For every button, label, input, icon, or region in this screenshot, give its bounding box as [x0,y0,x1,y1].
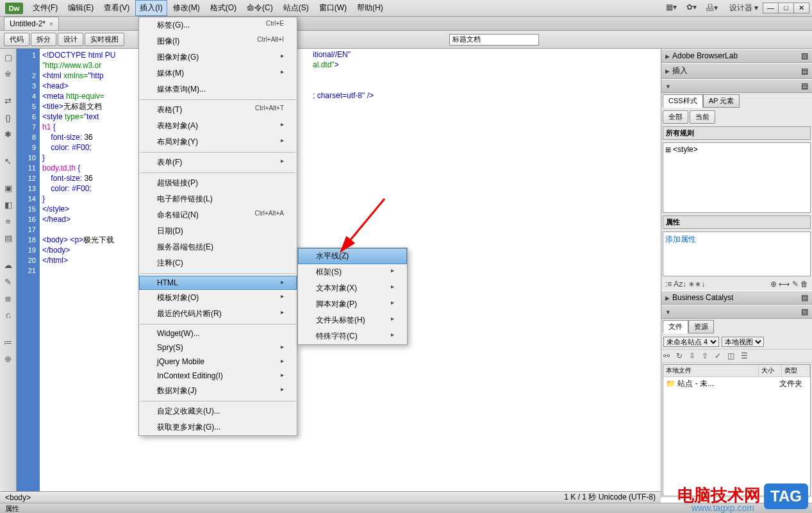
tool-icon[interactable]: ≣ [3,294,14,305]
menu-item[interactable]: 最近的代码片断(R)▸ [139,306,297,322]
menu-5[interactable]: 格式(O) [206,0,241,16]
col-type[interactable]: 类型 [782,365,810,376]
submenu-item[interactable]: 脚本对象(P)▸ [298,296,407,312]
rules-list[interactable]: ⊞ <style> [663,142,811,213]
menu-3[interactable]: 插入(I) [135,0,167,16]
tool-icon[interactable]: ≔ [3,337,14,349]
menu-item[interactable]: 表格(T)Ctrl+Alt+T [139,102,297,118]
tool-icon[interactable]: ✎ [3,277,14,289]
menu-item[interactable]: 图像(I)Ctrl+Alt+I [139,33,297,49]
menu-item[interactable]: 标签(G)...Ctrl+E [139,17,297,33]
tab-ap-elements[interactable]: AP 元素 [703,94,740,108]
close-button[interactable]: ✕ [793,3,809,13]
layout-icon[interactable]: ▦▾ [666,3,677,13]
submenu-item[interactable]: 文件头标签(H)▸ [298,312,407,328]
files-action-icons[interactable]: ⚯ ↻ ⇩ ⇧ ✓ ◫ ☰ [661,349,812,363]
menu-9[interactable]: 帮助(H) [352,0,388,16]
tool-icon[interactable]: ✱ [3,130,14,141]
expand-icon[interactable]: ◫ [727,351,734,360]
panel-bc[interactable]: ▶Business Catalyst▤ [661,290,812,305]
title-input[interactable] [449,34,539,46]
menu-item[interactable]: 图像对象(G)▸ [139,49,297,65]
menu-item[interactable]: HTML▸ [139,276,297,290]
site-select[interactable]: 未命名站点 4 [663,337,719,347]
extend-icon[interactable]: 品▾ [706,3,718,13]
list-icon[interactable]: ☰ [741,351,748,360]
view-button[interactable]: 实时视图 [85,33,124,46]
workspace-switcher[interactable]: 设计器 ▾ [724,3,763,13]
menu-item[interactable]: 获取更多对象(G)... [139,419,297,435]
menu-item[interactable]: InContext Editing(I)▸ [139,369,297,383]
menu-7[interactable]: 站点(S) [279,0,313,16]
icon-group[interactable]: :≡ Aᴢ↓ ∗∗↓ [665,280,705,289]
menu-item[interactable]: 自定义收藏夹(U)... [139,403,297,419]
document-tab[interactable]: Untitled-2* × [4,17,59,30]
menu-item[interactable]: 命名锚记(N)Ctrl+Alt+A [139,207,297,223]
panel-browserlab[interactable]: ▶Adobe BrowserLab▤ [661,49,812,63]
html-submenu-dropdown[interactable]: 水平线(Z)框架(S)▸文本对象(X)▸脚本对象(P)▸文件头标签(H)▸特殊字… [297,248,408,345]
tool-icon[interactable]: ▤ [3,233,14,245]
get-icon[interactable]: ⇩ [689,351,695,360]
tool-icon[interactable]: ⊕ [3,354,14,366]
connect-icon[interactable]: ⚯ [663,351,670,360]
maximize-button[interactable]: □ [778,3,794,13]
minimize-button[interactable]: — [763,3,779,13]
tool-icon[interactable]: ☁ [3,260,14,272]
panel-css[interactable]: ▼▤ [661,79,812,93]
magnify-icon[interactable]: ✿▾ [686,3,697,13]
insert-menu-dropdown[interactable]: 标签(G)...Ctrl+E图像(I)Ctrl+Alt+I图像对象(G)▸媒体(… [138,17,297,436]
menu-4[interactable]: 修改(M) [169,0,204,16]
menu-2[interactable]: 查看(V) [99,0,134,16]
tab-close-icon[interactable]: × [49,21,53,28]
css-all-button[interactable]: 全部 [663,110,688,124]
put-icon[interactable]: ⇧ [702,351,708,360]
panel-files-hdr[interactable]: ▼▤ [661,305,812,319]
menu-6[interactable]: 命令(C) [242,0,278,16]
col-localfile[interactable]: 本地文件 [663,365,759,376]
menu-item[interactable]: 注释(C) [139,255,297,271]
tool-icon[interactable]: ↖ [3,156,14,168]
menu-item[interactable]: 媒体查询(M)... [139,81,297,97]
menu-item[interactable]: 布局对象(Y)▸ [139,134,297,150]
tool-icon[interactable]: ※ [3,69,14,81]
view-button[interactable]: 拆分 [31,33,56,46]
submenu-item[interactable]: 特殊字符(C)▸ [298,328,407,344]
refresh-icon[interactable]: ↻ [676,351,683,360]
panel-insert[interactable]: ▶插入▤ [661,63,812,79]
menu-1[interactable]: 编辑(E) [63,0,98,16]
sync-icon[interactable]: ✓ [715,351,721,360]
tag-selector[interactable]: <body> [5,493,31,502]
properties-box[interactable]: 添加属性 [663,231,811,276]
view-select[interactable]: 本地视图 [722,337,764,347]
menu-item[interactable]: Spry(S)▸ [139,341,297,355]
submenu-item[interactable]: 框架(S)▸ [298,264,407,280]
menu-item[interactable]: 超级链接(P) [139,175,297,191]
submenu-item[interactable]: 水平线(Z) [298,248,407,264]
menu-item[interactable]: 模板对象(O)▸ [139,290,297,306]
menu-0[interactable]: 文件(F) [28,0,62,16]
tool-icon[interactable]: ▢ [3,53,14,64]
tab-resources[interactable]: 资源 [688,320,714,333]
titlebar-tool-icons[interactable]: ▦▾ ✿▾ 品▾ [659,3,724,13]
submenu-item[interactable]: 文本对象(X)▸ [298,280,407,296]
tool-icon[interactable]: ≡ [3,217,14,228]
menu-item[interactable]: 媒体(M)▸ [139,65,297,81]
menu-item[interactable]: jQuery Mobile▸ [139,355,297,369]
tab-css-styles[interactable]: CSS样式 [663,94,703,108]
menu-item[interactable]: 电子邮件链接(L) [139,191,297,207]
view-button[interactable]: 代码 [4,33,29,46]
icon-group[interactable]: ⊕ ⟷ ✎ 🗑 [770,280,808,289]
menu-item[interactable]: Widget(W)... [139,326,297,341]
menu-8[interactable]: 窗口(W) [315,0,351,16]
col-size[interactable]: 大小 [759,365,782,376]
tool-icon[interactable]: ⎌ [3,310,14,322]
menu-item[interactable]: 表格对象(A)▸ [139,118,297,134]
menu-item[interactable]: 日期(D) [139,223,297,239]
menu-item[interactable]: 服务器端包括(E) [139,239,297,255]
menu-item[interactable]: 表单(F)▸ [139,155,297,171]
file-row[interactable]: 📁 站点 - 未... 文件夹 [663,377,810,391]
view-button[interactable]: 设计 [58,33,83,46]
tool-icon[interactable]: ⇄ [3,96,14,108]
tool-icon[interactable]: ◧ [3,200,14,212]
tab-files[interactable]: 文件 [663,320,688,333]
